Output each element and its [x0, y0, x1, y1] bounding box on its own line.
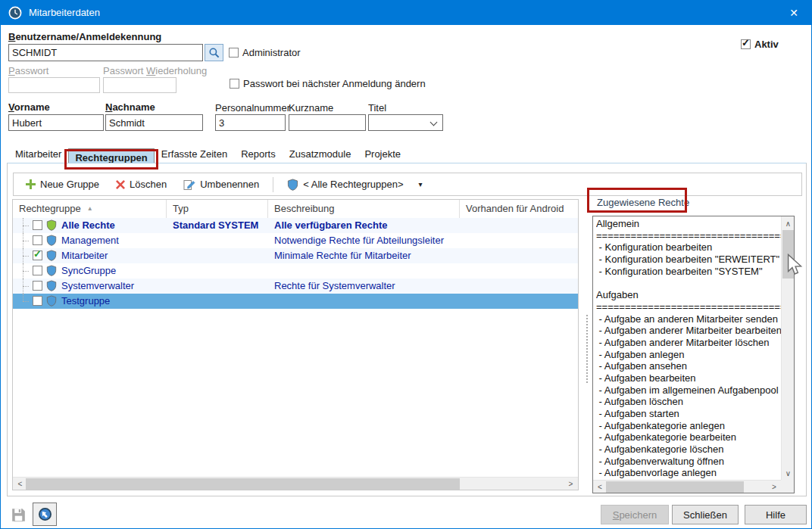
tab-bar: Mitarbeiter Rechtegruppen Erfasste Zeite…	[8, 145, 408, 163]
scroll-right-icon[interactable]: >	[769, 481, 779, 493]
group-filter-dropdown[interactable]: < Alle Rechtegruppen> ▾	[281, 176, 428, 193]
rights-line[interactable]: - Konfiguration bearbeiten "SYSTEM"	[596, 266, 781, 278]
tab-mitarbeiter[interactable]: Mitarbeiter	[8, 145, 68, 163]
scroll-right-icon[interactable]: >	[565, 478, 576, 490]
vorname-input[interactable]	[8, 114, 104, 131]
rights-vscrollbar[interactable]: ∧ ∨	[781, 216, 794, 480]
rights-line[interactable]: - Aufgabenvorlage anlegen	[596, 467, 781, 479]
search-button[interactable]	[205, 44, 223, 61]
table-row[interactable]: Alle RechteStandard SYSTEMAlle verfügbar…	[13, 218, 578, 233]
table-row[interactable]: ✓MitarbeiterMinimale Rechte für Mitarbei…	[13, 248, 578, 263]
administrator-checkbox-row: Administrator	[229, 47, 301, 58]
rights-line[interactable]: - Aufgaben anlegen	[596, 349, 781, 361]
rights-line[interactable]: - Aufgaben löschen	[596, 396, 781, 408]
rights-line[interactable]: ========================================	[596, 230, 781, 242]
row-checkbox[interactable]	[33, 266, 42, 275]
tab-zusatzmodule[interactable]: Zusatzmodule	[283, 145, 358, 163]
rights-line[interactable]: - Konfiguration bearbeiten	[596, 241, 781, 254]
username-input[interactable]	[8, 44, 203, 61]
titlebar: Mitarbeiterdaten ✕	[1, 1, 811, 25]
table-rows: Alle RechteStandard SYSTEMAlle verfügbar…	[13, 218, 578, 309]
table-hscrollbar[interactable]: < >	[13, 477, 578, 490]
passwort-wiederholung-input[interactable]	[103, 77, 176, 93]
rights-line[interactable]: Aufgaben	[596, 289, 781, 301]
nachname-input[interactable]	[105, 114, 203, 131]
beschr-cell: Notwendige Rechte für Abteilungsleiter	[274, 235, 464, 246]
scroll-down-icon[interactable]: ∨	[782, 468, 795, 478]
search-icon	[208, 47, 220, 59]
hilfe-button[interactable]: Hilfe	[745, 505, 807, 524]
row-checkbox[interactable]: ✓	[33, 250, 42, 260]
personalnummer-input[interactable]	[215, 114, 286, 131]
table-row[interactable]: SystemverwalterRechte für Systemverwalte…	[13, 279, 578, 294]
scroll-left-icon[interactable]: <	[14, 478, 26, 490]
rights-line[interactable]: - Aufgaben bearbeiten	[596, 372, 781, 384]
row-checkbox[interactable]	[33, 235, 42, 245]
rights-line[interactable]: - Aufgaben im allgemeinen Aufgabenpool s…	[596, 384, 781, 397]
table-row[interactable]: Testgruppe	[13, 294, 578, 309]
name-cell: Mitarbeiter	[61, 250, 166, 261]
rights-line[interactable]: - Aufgaben anderer Mitarbeiter löschen	[596, 337, 781, 349]
tab-reports[interactable]: Reports	[234, 145, 283, 163]
rename-pencil-icon	[183, 179, 195, 191]
row-checkbox[interactable]	[33, 296, 42, 306]
column-header-typ[interactable]: Typ	[167, 200, 268, 218]
administrator-checkbox[interactable]	[229, 48, 239, 58]
schliessen-button[interactable]: Schließen	[672, 505, 739, 524]
name-cell: Management	[61, 235, 166, 246]
row-checkbox[interactable]	[33, 281, 42, 291]
column-header-rechtegruppe[interactable]: Rechtegruppe▲	[13, 200, 167, 218]
check-icon: ✓	[33, 249, 42, 259]
column-header-beschreibung[interactable]: Beschreibung	[268, 200, 460, 218]
vorname-label: Vorname	[8, 101, 50, 113]
new-group-button[interactable]: Neue Gruppe	[20, 176, 105, 192]
kurzname-input[interactable]	[289, 114, 366, 131]
rechtegruppen-table: Rechtegruppe▲ Typ Beschreibung Vorhanden…	[12, 199, 579, 490]
tab-projekte[interactable]: Projekte	[358, 145, 408, 163]
rights-line[interactable]: - Konfiguration bearbeiten "ERWEITERT"	[596, 254, 781, 266]
rights-line[interactable]: - Aufgaben anderer Mitarbeiter bearbeite…	[596, 325, 781, 337]
group-toolbar: Neue Gruppe Löschen Umbenennen < Alle Re…	[13, 173, 802, 196]
delete-group-button[interactable]: Löschen	[110, 176, 173, 192]
rights-line[interactable]: Allgemein	[596, 218, 781, 230]
rights-line[interactable]: - Aufgaben ansehen	[596, 360, 781, 372]
passwort-label: Passwort	[8, 65, 48, 76]
rights-line[interactable]: - Aufgabe an anderen Mitarbeiter senden	[596, 313, 781, 325]
save-icon-button[interactable]	[7, 503, 30, 526]
rights-line[interactable]: - Aufgabenkategorie bearbeiten	[596, 431, 781, 443]
shield-icon	[46, 250, 57, 261]
beschr-cell: Minimale Rechte für Mitarbeiter	[274, 250, 464, 261]
speichern-button[interactable]: Speichern	[601, 505, 669, 524]
passwort-input[interactable]	[8, 77, 100, 93]
hscroll-thumb[interactable]	[606, 481, 744, 493]
name-cell: Systemverwalter	[61, 280, 166, 291]
rights-line[interactable]: - Aufgaben starten	[596, 408, 781, 420]
aktiv-checkbox[interactable]: ✓	[741, 39, 751, 49]
rights-line[interactable]: - Aufgabenkategorie anlegen	[596, 420, 781, 432]
column-header-android[interactable]: Vorhanden für Android	[460, 200, 578, 218]
close-button[interactable]: ✕	[776, 1, 811, 25]
pw-change-checkbox[interactable]	[230, 79, 239, 89]
rights-hscrollbar[interactable]: < >	[593, 480, 781, 493]
scroll-up-icon[interactable]: ∧	[782, 218, 795, 229]
scroll-left-icon[interactable]: <	[595, 481, 605, 493]
row-checkbox[interactable]	[33, 220, 42, 230]
shield-icon	[46, 235, 57, 246]
sync-button[interactable]	[33, 503, 57, 526]
tab-erfasste-zeiten[interactable]: Erfasste Zeiten	[155, 145, 234, 163]
vscroll-thumb[interactable]	[782, 230, 794, 279]
kurzname-label: Kurzname	[289, 102, 333, 114]
rename-group-button[interactable]: Umbenennen	[177, 176, 265, 193]
table-row[interactable]: ManagementNotwendige Rechte für Abteilun…	[13, 233, 578, 248]
table-row[interactable]: SyncGruppe	[13, 263, 578, 279]
name-cell: Alle Rechte	[61, 219, 166, 231]
hscroll-thumb[interactable]	[26, 478, 460, 490]
rights-line[interactable]	[596, 277, 781, 289]
titel-select[interactable]	[368, 114, 443, 131]
panel-splitter[interactable]	[586, 315, 589, 383]
table-header: Rechtegruppe▲ Typ Beschreibung Vorhanden…	[13, 200, 578, 218]
rights-line[interactable]: - Aufgabenkategorie löschen	[596, 443, 781, 456]
rights-line[interactable]: - Aufgabenverwaltung öffnen	[596, 456, 781, 468]
delete-x-icon	[116, 180, 125, 189]
rights-line[interactable]: ========================================	[596, 301, 781, 313]
